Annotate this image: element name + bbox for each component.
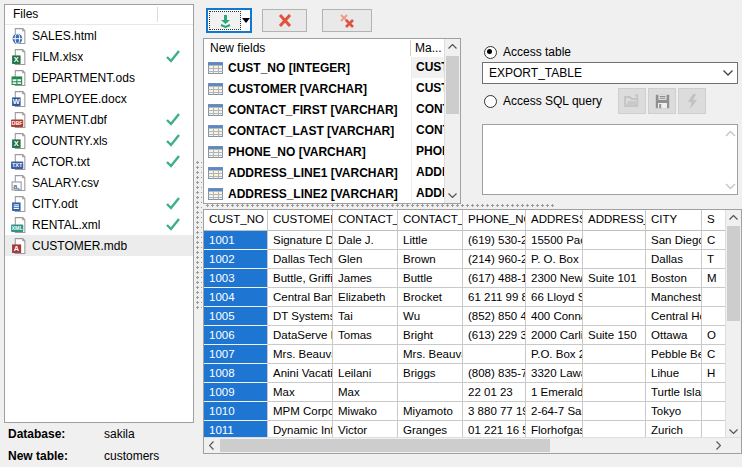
file-row[interactable]: SALES.html	[5, 25, 193, 46]
file-row[interactable]: a,SALARY.csv	[5, 172, 193, 193]
grid-column-header[interactable]: CITY	[646, 210, 702, 230]
grid-cell[interactable]: Buttle	[398, 269, 463, 288]
grid-cell[interactable]	[583, 364, 646, 383]
mapped-field-cell[interactable]: CONTACT_LAST	[411, 120, 445, 141]
mapped-field-cell[interactable]: PHONE_NO	[411, 141, 445, 162]
grid-row[interactable]: 1007Mrs. BeauvaiMrs. BeauvaiP.O. Box 223…	[204, 345, 741, 364]
grid-cell[interactable]: Max	[268, 383, 333, 402]
file-row[interactable]: WEMPLOYEE.docx	[5, 88, 193, 109]
grid-cell[interactable]: (214) 960-22	[463, 250, 526, 269]
grid-row[interactable]: 1006DataServe InTomasBright(613) 229 332…	[204, 326, 741, 345]
grid-cell[interactable]: (619) 530-23	[463, 231, 526, 250]
grid-vertical-scrollbar[interactable]	[725, 210, 741, 439]
grid-cell[interactable]: Mrs. Beauvai	[268, 345, 333, 364]
grid-cell[interactable]: Manchester	[646, 288, 702, 307]
grid-cell[interactable]: 1009	[204, 383, 268, 402]
grid-cell[interactable]: Signature Des	[268, 231, 333, 250]
grid-cell[interactable]: Brown	[398, 250, 463, 269]
files-list-header[interactable]: Files	[5, 5, 193, 25]
remove-all-fields-button[interactable]	[322, 9, 372, 32]
grid-row[interactable]: 1004Central BankElizabethBrocket61 211 9…	[204, 288, 741, 307]
grid-cell[interactable]: 1003	[204, 269, 268, 288]
grid-cell[interactable]: 1008	[204, 364, 268, 383]
grid-row[interactable]: 1001Signature DesDale J.Little(619) 530-…	[204, 231, 741, 250]
access-sql-query-radio[interactable]	[484, 95, 497, 108]
grid-cell[interactable]: 3320 Lawai	[526, 364, 583, 383]
grid-cell[interactable]: Buttle, Griffit	[268, 269, 333, 288]
grid-cell[interactable]: 1 Emerald Co	[526, 383, 583, 402]
add-field-button[interactable]	[206, 8, 252, 33]
grid-cell[interactable]	[583, 231, 646, 250]
scroll-up-arrow[interactable]	[725, 126, 736, 140]
grid-cell[interactable]: 1006	[204, 326, 268, 345]
grid-cell[interactable]: Brocket	[398, 288, 463, 307]
fields-scrollbar[interactable]	[444, 39, 460, 203]
grid-column-header[interactable]: CONTACT_L	[398, 210, 463, 230]
grid-cell[interactable]: 1004	[204, 288, 268, 307]
scroll-down-arrow[interactable]	[725, 179, 736, 193]
grid-cell[interactable]: Pebble Beach	[646, 345, 702, 364]
grid-cell[interactable]: James	[333, 269, 398, 288]
grid-column-header[interactable]: CUSTOMER	[268, 210, 333, 230]
grid-cell[interactable]: Leilani	[333, 364, 398, 383]
field-row[interactable]: ADDRESS_LINE1 [VARCHAR]ADDRESS_LINE1	[204, 162, 460, 183]
grid-cell[interactable]	[583, 307, 646, 326]
mapped-column-header[interactable]: Ma...	[415, 39, 445, 58]
grid-cell[interactable]: 1007	[204, 345, 268, 364]
export-table-combobox[interactable]: EXPORT_TABLE	[482, 62, 738, 84]
grid-cell[interactable]: 2-64-7 Sasa	[526, 402, 583, 421]
file-row[interactable]: XMLRENTAL.xml	[5, 214, 193, 235]
grid-cell[interactable]: 400 Connaug	[526, 307, 583, 326]
file-row[interactable]: CITY.odt	[5, 193, 193, 214]
grid-cell[interactable]: 61 211 99 88	[463, 288, 526, 307]
sql-query-textarea[interactable]	[482, 124, 738, 195]
grid-cell[interactable]: Little	[398, 231, 463, 250]
grid-row[interactable]: 1003Buttle, GriffitJamesButtle(617) 488-…	[204, 269, 741, 288]
grid-cell[interactable]: DataServe In	[268, 326, 333, 345]
grid-cell[interactable]	[398, 383, 463, 402]
grid-cell[interactable]: Bright	[398, 326, 463, 345]
grid-cell[interactable]: Central Bank	[268, 288, 333, 307]
grid-cell[interactable]: Suite 101	[583, 269, 646, 288]
vertical-splitter[interactable]	[195, 160, 202, 310]
grid-cell[interactable]	[583, 345, 646, 364]
scroll-left-arrow[interactable]	[204, 438, 219, 453]
scroll-thumb[interactable]	[727, 226, 740, 321]
grid-cell[interactable]: Mrs. Beauvai	[398, 345, 463, 364]
grid-cell[interactable]: San Diego	[646, 231, 702, 250]
open-query-button[interactable]	[618, 88, 646, 114]
grid-cell[interactable]: DT Systems	[268, 307, 333, 326]
grid-cell[interactable]: 2000 Carling	[526, 326, 583, 345]
remove-field-button[interactable]	[262, 9, 307, 32]
mapped-field-cell[interactable]: CONTACT_FIRST	[411, 99, 445, 120]
grid-row[interactable]: 1010MPM CorporaMiwakoMiyamoto3 880 77 19…	[204, 402, 741, 421]
grid-cell[interactable]: 15500 Pacific	[526, 231, 583, 250]
grid-column-header[interactable]: CUST_NO	[204, 210, 268, 230]
execute-query-button[interactable]	[678, 88, 706, 114]
grid-horizontal-scrollbar[interactable]	[204, 437, 741, 453]
grid-cell[interactable]: Anini Vacatio	[268, 364, 333, 383]
access-table-radio[interactable]	[484, 46, 497, 59]
grid-cell[interactable]	[583, 383, 646, 402]
mapped-field-cell[interactable]: ADDRESS_LINE2	[411, 183, 445, 204]
grid-cell[interactable]	[583, 402, 646, 421]
grid-cell[interactable]: 1002	[204, 250, 268, 269]
scroll-thumb[interactable]	[220, 439, 550, 452]
grid-row[interactable]: 1008Anini VacatioLeilaniBriggs(808) 835-…	[204, 364, 741, 383]
field-row[interactable]: CUSTOMER [VARCHAR]CUSTOMER	[204, 78, 460, 99]
grid-cell[interactable]: Tokyo	[646, 402, 702, 421]
grid-cell[interactable]: 1010	[204, 402, 268, 421]
scroll-right-arrow[interactable]	[711, 438, 726, 453]
grid-cell[interactable]: 2300 Newbur	[526, 269, 583, 288]
grid-cell[interactable]: Dallas	[646, 250, 702, 269]
combobox-chevron-icon[interactable]	[719, 70, 737, 76]
grid-cell[interactable]: Boston	[646, 269, 702, 288]
mapped-field-cell[interactable]: ADDRESS_LINE1	[411, 162, 445, 183]
save-query-button[interactable]	[648, 88, 676, 114]
file-row[interactable]: XFILM.xlsx	[5, 46, 193, 67]
grid-cell[interactable]: (852) 850 43	[463, 307, 526, 326]
scroll-up-arrow[interactable]	[445, 39, 460, 54]
grid-cell[interactable]: (617) 488-18	[463, 269, 526, 288]
field-row[interactable]: CUST_NO [INTEGER]CUST_NO	[204, 57, 460, 78]
grid-column-header[interactable]: PHONE_NO	[463, 210, 526, 230]
